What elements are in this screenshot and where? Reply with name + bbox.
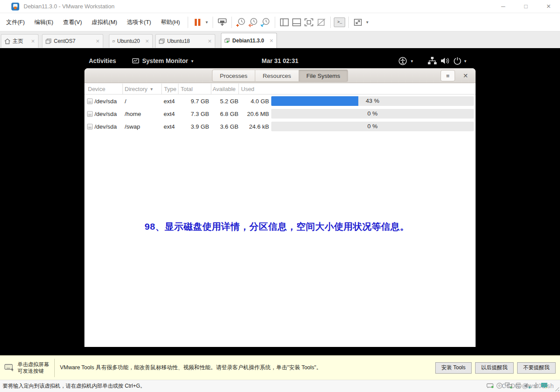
toolbar-separator [330,17,331,28]
send-ctrl-alt-del-icon[interactable] [216,16,228,28]
app-menu-caret-icon: ▾ [191,59,193,63]
tab-close-icon[interactable]: ✕ [96,38,100,44]
tab-processes[interactable]: Processes [212,70,256,82]
menu-tabs[interactable]: 选项卡(T) [122,18,156,26]
stretch-options-caret-icon[interactable]: ▾ [364,20,370,24]
menu-view[interactable]: 查看(V) [58,18,87,26]
drive-icon [87,111,93,117]
tab-label: Ubuntu18 [167,38,190,44]
close-button[interactable]: ✕ [537,0,560,13]
menu-file[interactable]: 文件(F) [1,18,30,26]
window-close-icon[interactable]: ✕ [461,70,470,81]
sort-desc-icon: ▼ [150,87,154,91]
menu-vm[interactable]: 虚拟机(M) [87,18,122,26]
vm-tab-bar: 主页 ✕ CentOS7 ✕ Ubuntu20 ✕ Ubuntu18 ✕ Deb… [0,32,560,48]
menu-edit[interactable]: 编辑(E) [30,18,58,26]
show-console-panel-icon[interactable] [290,16,303,28]
install-tools-button[interactable]: 安装 Tools [435,362,472,374]
vmware-tools-notification-bar: 单击虚拟屏幕 可发送按键 VMware Tools 具有很多功能，能改善鼠标移动… [0,355,560,380]
title-bar: Debian11.3.0 - VMware Workstation ─ □ ✕ [0,0,560,13]
column-directory[interactable]: Directory ▼ [125,84,154,94]
window-title: Debian11.3.0 - VMware Workstation [24,3,115,10]
filesystem-row[interactable]: /dev/sda / ext4 9.7 GB 5.2 GB 4.0 GB 43 … [84,95,476,108]
remind-later-button[interactable]: 以后提醒我 [475,362,514,374]
tab-resources[interactable]: Resources [256,70,299,82]
revert-snapshot-icon[interactable] [247,16,259,28]
accessibility-icon [399,57,407,65]
usage-percent: 0 % [271,122,474,131]
column-available[interactable]: Available [213,84,238,94]
suspend-vm-icon[interactable] [191,16,203,28]
fullscreen-icon[interactable] [303,16,315,28]
gnome-top-bar: Activities System Monitor ▾ Mar 31 02:31… [84,54,476,67]
usage-percent: 43 % [271,96,474,106]
cell-total: 7.3 GB [178,108,209,120]
tab-home[interactable]: 主页 ✕ [1,34,38,48]
tab-label: Debian11.3.0 [232,38,264,44]
accessibility-menu[interactable]: ▾ [399,54,413,67]
never-remind-button[interactable]: 不要提醒我 [517,362,556,374]
network-icon [427,56,437,65]
tab-close-icon[interactable]: ✕ [270,38,273,44]
system-monitor-window: Processes Resources File Systems ≡ ✕ Dev… [84,68,476,347]
take-snapshot-icon[interactable] [235,16,247,28]
power-options-caret-icon[interactable]: ▾ [203,20,210,24]
tab-centos7[interactable]: CentOS7 ✕ [42,34,103,48]
maximize-button[interactable]: □ [514,0,537,13]
system-menu[interactable]: ▾ [427,54,466,67]
home-icon [4,38,10,44]
toolbar-separator [213,17,213,28]
cell-total: 3.9 GB [178,120,209,133]
hdd-status-icon[interactable] [486,382,494,389]
cell-used: 24.6 kB [234,120,269,133]
drive-icon [87,124,93,130]
column-used[interactable]: Used [241,84,254,94]
filesystem-row[interactable]: /dev/sda /swap ext4 3.9 GB 3.6 GB 24.6 k… [84,120,476,133]
vm-console-icon [46,38,52,44]
annotation-text: 98、显示磁盘使用详情，分区信息，空间大小使用状况等信息。 [84,220,469,233]
vmware-workstation-window: Debian11.3.0 - VMware Workstation ─ □ ✕ … [0,0,560,392]
resize-grip[interactable] [553,385,559,391]
column-device[interactable]: Device [88,84,105,94]
tab-debian[interactable]: Debian11.3.0 ✕ [221,33,277,48]
tab-close-icon[interactable]: ✕ [208,38,212,44]
toolbar-separator [275,17,275,28]
vmware-logo-icon [11,3,19,10]
unity-mode-icon[interactable] [315,16,327,28]
show-library-panel-icon[interactable] [278,16,290,28]
cell-used: 4.0 GB [234,95,269,108]
toolbar-separator [348,17,349,28]
column-type[interactable]: Type [164,84,176,94]
accessibility-caret-icon: ▾ [411,59,413,63]
drive-icon [87,98,93,104]
toolbar-separator [188,17,188,28]
watermark-text: CSDN @wst02lsh [502,382,554,389]
status-bar: 要将输入定向到该虚拟机，请在虚拟机内部单击或按 Ctrl+G。 CSDN @ws… [0,380,560,392]
cell-total: 9.7 GB [178,95,209,108]
cell-type: ext4 [164,120,175,133]
tab-close-icon[interactable]: ✕ [145,38,149,44]
volume-icon [441,57,450,65]
toolbar-separator [231,17,232,28]
filesystem-table-header: Device Directory ▼ Type Total Available … [84,84,476,94]
cell-device: /dev/sda [94,95,117,108]
hamburger-menu-button[interactable]: ≡ [441,70,455,81]
tab-label: 主页 [13,38,23,45]
divider [54,359,55,377]
tab-close-icon[interactable]: ✕ [31,38,35,44]
tab-ubuntu18[interactable]: Ubuntu18 ✕ [155,34,215,48]
activities-button[interactable]: Activities [89,54,116,67]
tab-ubuntu20[interactable]: Ubuntu20 ✕ [109,34,153,48]
column-total[interactable]: Total [181,84,192,94]
manage-snapshots-icon[interactable] [259,16,272,28]
cell-type: ext4 [164,108,175,120]
stretch-guest-icon[interactable] [352,16,364,28]
minimize-button[interactable]: ─ [492,0,514,13]
keyboard-hint-icon [4,364,14,371]
filesystem-row[interactable]: /dev/sda /home ext4 7.3 GB 6.8 GB 20.6 M… [84,108,476,120]
console-view-toggle-button[interactable]: >_ [334,18,345,27]
menu-help[interactable]: 帮助(H) [156,18,185,26]
app-indicator[interactable]: System Monitor ▾ [132,54,193,67]
tab-file-systems[interactable]: File Systems [299,70,348,82]
clock[interactable]: Mar 31 02:31 [262,54,298,67]
